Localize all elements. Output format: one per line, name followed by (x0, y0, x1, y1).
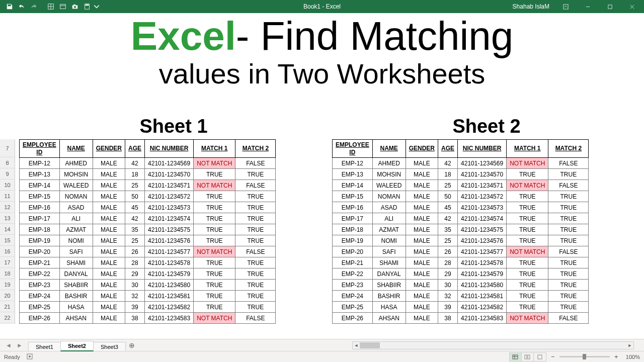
cell[interactable]: ALI (372, 213, 406, 224)
table-row[interactable]: EMP-23SHABIIRMALE3042101-1234580TRUETRUE (333, 280, 589, 291)
table-row[interactable]: EMP-18AZMATMALE3542101-1234575TRUETRUE (333, 224, 589, 235)
cell[interactable]: EMP-19 (333, 235, 373, 246)
cell[interactable]: NOT MATCH (194, 313, 235, 324)
row-num[interactable]: 11 (0, 191, 15, 202)
sheet1-table[interactable]: EMPLOYEEIDNAMEGENDERAGENIC NUMBERMATCH 1… (19, 139, 276, 324)
table-row[interactable]: EMP-12AHMEDMALE4242101-1234569NOT MATCHF… (20, 158, 276, 169)
cell[interactable]: EMP-12 (20, 158, 60, 169)
cell[interactable]: 50 (125, 191, 145, 202)
minimize-icon[interactable] (578, 0, 598, 13)
tab-prev-icon[interactable]: ◄ (3, 340, 14, 351)
table-row[interactable]: EMP-23SHABIIRMALE3042101-1234580TRUETRUE (20, 280, 276, 291)
scroll-thumb[interactable] (360, 342, 380, 348)
cell[interactable]: TRUE (194, 268, 235, 280)
col-header[interactable]: AGE (438, 140, 458, 158)
cell[interactable]: NOMAN (372, 191, 406, 202)
cell[interactable]: EMP-22 (333, 268, 373, 280)
cell[interactable]: 25 (125, 180, 145, 191)
cell[interactable]: 42101-1234569 (458, 158, 507, 169)
cell[interactable]: 42101-1234571 (458, 180, 507, 191)
cell[interactable]: MALE (406, 235, 438, 246)
cell[interactable]: HASA (59, 302, 93, 313)
row-num[interactable]: 22 (0, 312, 15, 323)
cell[interactable]: 42 (125, 213, 145, 224)
cell[interactable]: MALE (406, 257, 438, 268)
cell[interactable]: TRUE (507, 169, 548, 180)
col-header[interactable]: NAME (372, 140, 406, 158)
cell[interactable]: 42101-1234571 (145, 180, 194, 191)
cell[interactable]: 42 (438, 158, 458, 169)
cell[interactable]: DANYAL (372, 268, 406, 280)
cell[interactable]: ASAD (372, 202, 406, 213)
cell[interactable]: MALE (406, 202, 438, 213)
cell[interactable]: WALEED (372, 180, 406, 191)
cell[interactable]: TRUE (235, 268, 276, 280)
cell[interactable]: SHABIIR (59, 280, 93, 291)
cell[interactable]: MOHSIN (372, 169, 406, 180)
row-num[interactable]: 8 (0, 157, 15, 168)
cell[interactable]: EMP-26 (20, 313, 60, 324)
cell[interactable]: TRUE (194, 302, 235, 313)
table-row[interactable]: EMP-26AHSANMALE3842101-1234583NOT MATCHF… (333, 313, 589, 324)
cell[interactable]: EMP-17 (20, 213, 60, 224)
cell[interactable]: ASAD (59, 202, 93, 213)
cell[interactable]: TRUE (235, 291, 276, 302)
cell[interactable]: EMP-13 (20, 169, 60, 180)
cell[interactable]: TRUE (194, 191, 235, 202)
cell[interactable]: MALE (406, 268, 438, 280)
cell[interactable]: MALE (93, 180, 125, 191)
row-num[interactable]: 19 (0, 279, 15, 290)
cell[interactable]: TRUE (548, 224, 589, 235)
cell[interactable]: EMP-13 (333, 169, 373, 180)
qat-table-icon[interactable] (57, 1, 68, 12)
cell[interactable]: TRUE (235, 257, 276, 268)
sheet2-table[interactable]: EMPLOYEEIDNAMEGENDERAGENIC NUMBERMATCH 1… (332, 139, 589, 324)
table-row[interactable]: EMP-13MOHSINMALE1842101-1234570TRUETRUE (333, 169, 589, 180)
row-num[interactable]: 16 (0, 246, 15, 257)
col-header[interactable]: EMPLOYEEID (333, 140, 373, 158)
row-num[interactable]: 15 (0, 235, 15, 246)
cell[interactable]: 18 (125, 169, 145, 180)
row-num[interactable]: 17 (0, 257, 15, 268)
tab-next-icon[interactable]: ► (14, 340, 25, 351)
cell[interactable]: 42101-1234579 (145, 268, 194, 280)
cell[interactable]: TRUE (194, 213, 235, 224)
cell[interactable]: TRUE (548, 291, 589, 302)
cell[interactable]: TRUE (548, 213, 589, 224)
cell[interactable]: EMP-24 (20, 291, 60, 302)
cell[interactable]: EMP-16 (333, 202, 373, 213)
cell[interactable]: WALEED (59, 180, 93, 191)
cell[interactable]: TRUE (507, 268, 548, 280)
cell[interactable]: 42101-1234576 (145, 235, 194, 246)
cell[interactable]: SHAMI (372, 257, 406, 268)
close-icon[interactable] (622, 0, 642, 13)
cell[interactable]: TRUE (194, 291, 235, 302)
cell[interactable]: TRUE (548, 302, 589, 313)
scroll-right-icon[interactable]: ► (626, 342, 633, 349)
cell[interactable]: TRUE (548, 169, 589, 180)
cell[interactable]: 39 (438, 302, 458, 313)
row-num[interactable]: 20 (0, 290, 15, 301)
cell[interactable]: MALE (93, 169, 125, 180)
cell[interactable]: 42101-1234580 (145, 280, 194, 291)
cell[interactable]: NOMI (372, 235, 406, 246)
cell[interactable]: TRUE (507, 291, 548, 302)
table-row[interactable]: EMP-26AHSANMALE3842101-1234583NOT MATCHF… (20, 313, 276, 324)
cell[interactable]: 42101-1234581 (145, 291, 194, 302)
cell[interactable]: TRUE (194, 257, 235, 268)
cell[interactable]: MALE (93, 213, 125, 224)
cell[interactable]: TRUE (507, 302, 548, 313)
cell[interactable]: 28 (438, 257, 458, 268)
table-row[interactable]: EMP-25HASAMALE3942101-1234582TRUETRUE (20, 302, 276, 313)
col-header[interactable]: AGE (125, 140, 145, 158)
cell[interactable]: 38 (125, 313, 145, 324)
cell[interactable]: FALSE (235, 313, 276, 324)
table-row[interactable]: EMP-20SAFIMALE2642101-1234577NOT MATCHFA… (20, 246, 276, 257)
col-header[interactable]: NIC NUMBER (145, 140, 194, 158)
cell[interactable]: TRUE (507, 280, 548, 291)
cell[interactable]: TRUE (235, 191, 276, 202)
table-row[interactable]: EMP-14WALEEDMALE2542101-1234571NOT MATCH… (333, 180, 589, 191)
scroll-left-icon[interactable]: ◄ (353, 342, 360, 349)
col-header[interactable]: MATCH 1 (507, 140, 548, 158)
qat-grid-icon[interactable] (45, 1, 56, 12)
